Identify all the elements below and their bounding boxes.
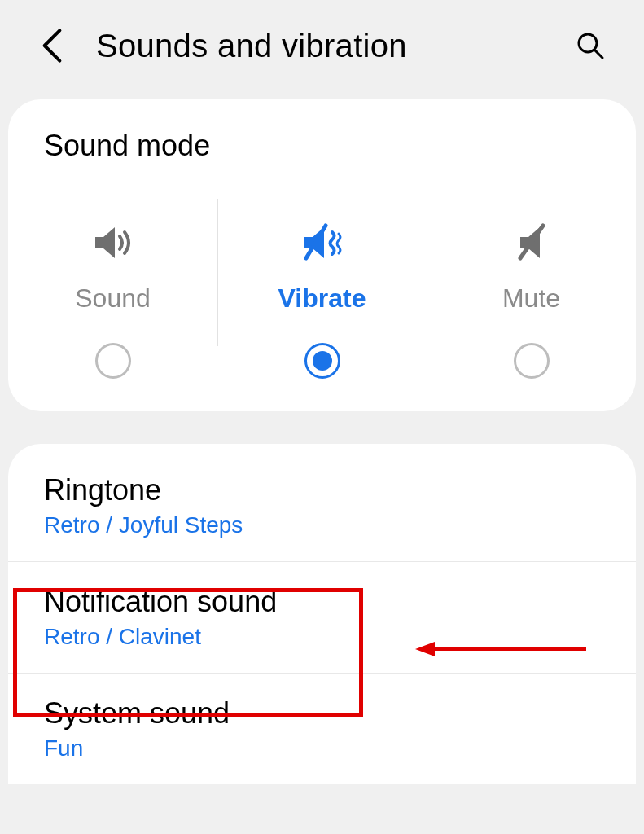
sound-mode-option-mute[interactable]: Mute (427, 199, 636, 379)
vibrate-mode-label: Vibrate (278, 283, 366, 314)
list-item-notification-sound[interactable]: Notification sound Retro / Clavinet (8, 562, 636, 674)
sound-mode-card: Sound mode Sound Vib (8, 99, 636, 411)
svg-point-0 (579, 34, 597, 52)
chevron-left-icon (41, 28, 64, 64)
sound-mode-option-sound[interactable]: Sound (8, 199, 217, 379)
vibrate-icon (300, 218, 345, 267)
search-icon (576, 31, 605, 60)
page-title: Sounds and vibration (96, 28, 569, 64)
search-button[interactable] (569, 24, 611, 67)
sound-settings-list: Ringtone Retro / Joyful Steps Notificati… (8, 444, 636, 784)
sound-mode-option-vibrate[interactable]: Vibrate (217, 199, 427, 379)
mute-mode-radio (514, 343, 550, 379)
svg-line-1 (595, 50, 602, 58)
list-item-ringtone[interactable]: Ringtone Retro / Joyful Steps (8, 450, 636, 562)
sound-mode-radio (95, 343, 131, 379)
sound-icon (90, 218, 136, 267)
mute-icon (509, 218, 554, 267)
sound-mode-title: Sound mode (8, 129, 636, 186)
mute-mode-label: Mute (502, 283, 560, 314)
item-title: System sound (44, 696, 600, 731)
item-title: Notification sound (44, 585, 600, 619)
sound-mode-label: Sound (75, 283, 151, 314)
vibrate-mode-radio (304, 343, 340, 379)
item-subtitle: Retro / Joyful Steps (44, 512, 600, 538)
back-button[interactable] (41, 28, 64, 64)
item-subtitle: Fun (44, 735, 600, 762)
header: Sounds and vibration (0, 0, 644, 99)
item-subtitle: Retro / Clavinet (44, 624, 600, 650)
list-item-system-sound[interactable]: System sound Fun (8, 674, 636, 784)
item-title: Ringtone (44, 473, 600, 507)
sound-mode-row: Sound Vibrate Mute (8, 186, 636, 379)
